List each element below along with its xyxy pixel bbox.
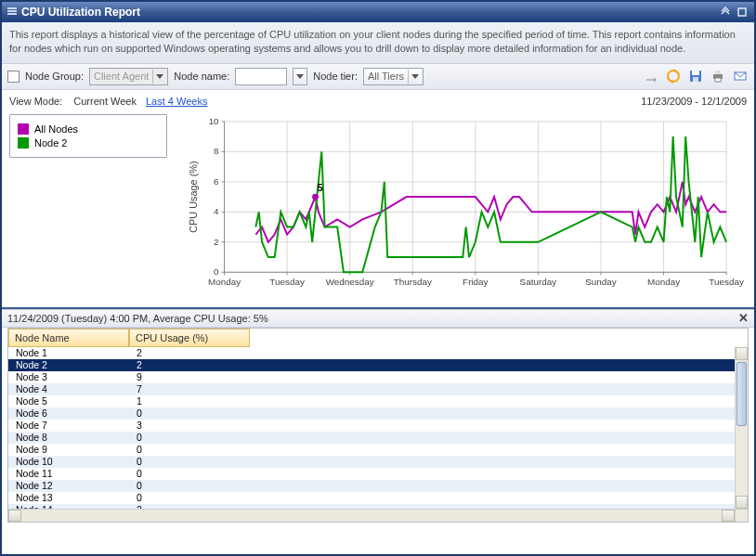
node-group-select[interactable]: Client Agent [89, 68, 168, 85]
svg-point-56 [312, 193, 319, 200]
svg-rect-3 [693, 77, 698, 82]
table-row[interactable]: Node 120 [8, 480, 735, 492]
svg-text:Monday: Monday [208, 277, 241, 287]
horizontal-scrollbar[interactable] [8, 509, 735, 522]
svg-text:CPU Usage (%): CPU Usage (%) [188, 161, 199, 232]
scrollbar-corner [735, 509, 748, 522]
scroll-right-arrow[interactable] [722, 510, 735, 522]
scroll-down-arrow[interactable] [736, 496, 748, 509]
cell-node-name: Node 6 [8, 407, 129, 419]
cell-cpu-usage: 3 [129, 420, 250, 431]
node-group-label: Node Group: [25, 71, 84, 82]
scroll-up-arrow[interactable] [736, 347, 748, 360]
options-icon[interactable] [643, 68, 659, 84]
report-description: This report displays a historical view o… [2, 22, 754, 64]
cell-cpu-usage: 7 [129, 383, 250, 394]
cell-node-name: Node 8 [8, 432, 129, 443]
table-row[interactable]: Node 22 [8, 359, 735, 371]
vertical-scrollbar[interactable] [735, 347, 748, 509]
table-row[interactable]: Node 110 [8, 468, 735, 480]
cell-node-name: Node 7 [8, 420, 129, 431]
cell-node-name: Node 11 [8, 468, 129, 479]
table-row[interactable]: Node 130 [8, 492, 735, 504]
svg-text:2: 2 [214, 236, 219, 246]
svg-text:Monday: Monday [647, 277, 680, 287]
node-name-dropdown[interactable] [293, 68, 307, 85]
view-mode-alt-link[interactable]: Last 4 Weeks [146, 96, 207, 107]
cell-node-name: Node 5 [8, 395, 129, 407]
table-row[interactable]: Node 51 [8, 395, 735, 407]
svg-text:Tuesday: Tuesday [709, 277, 744, 287]
legend-label: All Nodes [34, 123, 78, 135]
svg-text:10: 10 [209, 116, 219, 126]
table-row[interactable]: Node 60 [8, 407, 735, 420]
cell-cpu-usage: 0 [129, 432, 250, 443]
table-row[interactable]: Node 73 [8, 420, 735, 432]
scroll-thumb[interactable] [736, 362, 747, 427]
table-row[interactable]: Node 100 [8, 456, 735, 468]
node-group-checkbox[interactable] [7, 71, 20, 83]
svg-rect-5 [715, 71, 721, 74]
node-tier-label: Node tier: [313, 71, 358, 82]
table-row[interactable]: Node 90 [8, 444, 735, 456]
cell-cpu-usage: 0 [129, 444, 250, 455]
svg-text:Saturday: Saturday [520, 277, 557, 287]
date-range: 11/23/2009 - 12/1/2009 [641, 96, 747, 107]
cell-node-name: Node 13 [8, 492, 129, 503]
table-row[interactable]: Node 12 [8, 347, 735, 359]
svg-text:Tuesday: Tuesday [269, 277, 305, 287]
node-tier-select[interactable]: All Tiers [363, 68, 424, 85]
legend-label: Node 2 [34, 137, 67, 149]
svg-text:4: 4 [214, 206, 219, 216]
svg-text:Friday: Friday [463, 277, 488, 287]
node-name-input[interactable] [235, 68, 287, 85]
window-title: CPU Utilization Report [21, 6, 140, 19]
node-name-label: Node name: [174, 71, 229, 82]
collapse-button[interactable] [719, 6, 732, 19]
column-header-node-name[interactable]: Node Name [8, 329, 129, 347]
svg-text:6: 6 [214, 176, 219, 187]
cell-cpu-usage: 0 [129, 492, 250, 503]
cell-cpu-usage: 2 [129, 359, 250, 370]
cell-node-name: Node 12 [8, 480, 129, 491]
svg-text:5: 5 [318, 182, 323, 193]
cell-cpu-usage: 2 [129, 347, 250, 358]
cell-cpu-usage: 0 [129, 480, 250, 491]
legend-swatch [18, 123, 29, 135]
column-header-cpu-usage[interactable]: CPU Usage (%) [129, 329, 250, 347]
cell-node-name: Node 10 [8, 456, 129, 467]
scroll-left-arrow[interactable] [8, 510, 21, 522]
svg-rect-6 [715, 78, 721, 82]
cell-cpu-usage: 1 [129, 395, 250, 407]
print-icon[interactable] [710, 68, 726, 84]
legend-item: Node 2 [18, 137, 159, 149]
table-row[interactable]: Node 47 [8, 383, 735, 395]
title-bar: CPU Utilization Report [2, 2, 754, 22]
chart-area: All NodesNode 2 0246810MondayTuesdayWedn… [2, 110, 754, 305]
maximize-button[interactable] [736, 6, 749, 19]
cell-cpu-usage: 0 [129, 456, 250, 467]
view-mode-current: Current Week [73, 96, 137, 107]
detail-close-button[interactable]: ✕ [738, 311, 749, 325]
chart-legend: All NodesNode 2 [9, 114, 167, 158]
legend-swatch [18, 137, 29, 149]
table-row[interactable]: Node 80 [8, 432, 735, 444]
view-mode-bar: View Mode: Current Week Last 4 Weeks 11/… [2, 90, 754, 110]
refresh-icon[interactable] [665, 68, 682, 84]
email-icon[interactable] [732, 68, 749, 84]
cell-node-name: Node 2 [8, 359, 129, 370]
cell-node-name: Node 1 [8, 347, 129, 358]
svg-text:Sunday: Sunday [585, 277, 617, 287]
cell-cpu-usage: 9 [129, 371, 250, 382]
svg-text:8: 8 [214, 146, 219, 156]
detail-table: Node Name CPU Usage (%) Node 12Node 22No… [7, 328, 749, 523]
cell-cpu-usage: 0 [129, 407, 250, 419]
table-row[interactable]: Node 39 [8, 371, 735, 383]
filter-bar: Node Group: Client Agent Node name: Node… [2, 64, 754, 90]
list-icon [7, 7, 17, 17]
detail-header-text: 11/24/2009 (Tuesday) 4:00 PM, Average CP… [7, 313, 268, 324]
legend-item: All Nodes [18, 123, 159, 135]
view-mode-label: View Mode: [9, 96, 62, 107]
save-icon[interactable] [687, 68, 704, 84]
svg-rect-0 [738, 8, 746, 16]
